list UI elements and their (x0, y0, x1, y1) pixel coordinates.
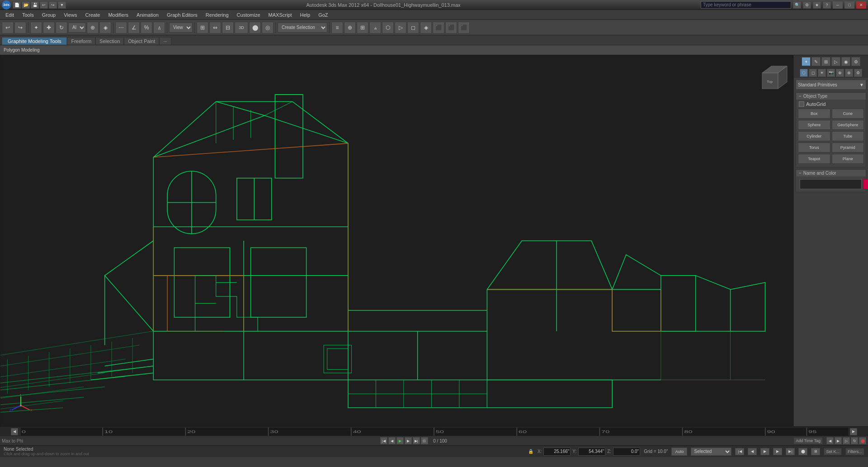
menu-edit[interactable]: Edit (2, 10, 18, 19)
btn-box[interactable]: Box (798, 109, 830, 119)
close-button[interactable]: ✕ (856, 1, 866, 9)
property-btn[interactable]: ⟁ (369, 22, 381, 33)
setk-button[interactable]: Set K... (824, 448, 842, 455)
extra1-btn[interactable]: ⬛ (433, 22, 444, 33)
panel-tab-utilities[interactable]: ⚙ (851, 57, 860, 66)
maximize-button[interactable]: □ (844, 1, 854, 9)
render-setup-btn[interactable]: ⬡ (382, 22, 394, 33)
panel-sub-spacewarps[interactable]: ⊗ (845, 69, 853, 77)
ribbon-tab-selection[interactable]: Selection (95, 37, 124, 45)
align-btn[interactable]: ⊟ (222, 22, 234, 33)
angle-snap-btn[interactable]: ∠ (128, 22, 140, 33)
menu-views[interactable]: Views (60, 10, 80, 19)
search-input[interactable] (701, 1, 791, 9)
navigation-cube[interactable]: Top (753, 59, 789, 95)
lock-icon[interactable]: 🔒 (528, 448, 534, 455)
panel-tab-display[interactable]: ◉ (841, 57, 850, 66)
play-realtime-btn[interactable]: ▷ (843, 437, 850, 444)
viewport[interactable]: + |[ [ Perspective ] [ Wireframe + Edged… (0, 55, 793, 426)
more-btn[interactable]: ▼ (58, 1, 66, 9)
menu-tools[interactable]: Tools (19, 10, 38, 19)
minimize-button[interactable]: ─ (833, 1, 843, 9)
object-type-header[interactable]: − Object Type (796, 93, 866, 100)
record-btn[interactable]: ⬤ (859, 437, 866, 444)
anim-record-btn[interactable]: ⬤ (798, 448, 807, 455)
btn-cone[interactable]: Cone (832, 109, 864, 119)
anim-play-btn[interactable]: ▶ (760, 448, 769, 455)
use-pivot-btn[interactable]: ⊞ (197, 22, 208, 33)
autogrid-checkbox[interactable] (799, 101, 804, 107)
btn-pyramid[interactable]: Pyramid (832, 143, 864, 152)
curve-btn[interactable]: ◎ (262, 22, 274, 33)
snap-toggle-btn[interactable]: ⋅⋅⋅ (115, 22, 127, 33)
menu-customize[interactable]: Customize (233, 10, 264, 19)
undo-btn[interactable]: ↩ (2, 22, 14, 33)
btn-geosphere[interactable]: GeoSphere (832, 120, 864, 130)
panel-tab-create[interactable]: ✦ (802, 57, 811, 66)
help-icon[interactable]: ? (823, 1, 831, 9)
key-mode-btn[interactable]: ⊡ (421, 437, 428, 444)
x-coord-input[interactable] (543, 448, 571, 456)
object-type-dropdown[interactable]: Standard Primitives ▼ (796, 80, 866, 90)
anim-mode-btn[interactable]: ⊞ (811, 448, 820, 455)
extra3-btn[interactable]: ⬛ (458, 22, 470, 33)
anim-step-fwd-btn[interactable]: ▶ (773, 448, 782, 455)
extra2-btn[interactable]: ⬛ (445, 22, 457, 33)
panel-sub-helpers[interactable]: ⊕ (836, 69, 844, 77)
mirror-btn[interactable]: ⇔ (209, 22, 221, 33)
panel-tab-hierarchy[interactable]: ⊞ (821, 57, 830, 66)
activeshade-btn[interactable]: ◈ (420, 22, 432, 33)
new-btn[interactable]: 📄 (13, 1, 21, 9)
percent-btn[interactable]: 3D (235, 22, 248, 33)
ribbon-tab-graphite[interactable]: Graphite Modeling Tools (2, 37, 67, 45)
timeline-track[interactable]: ◀ 0 10 20 30 40 50 60 70 (0, 427, 868, 436)
menu-group[interactable]: Group (38, 10, 60, 19)
key-left-btn[interactable]: ◀ (826, 437, 834, 444)
create-selection-dropdown[interactable]: Create Selection (278, 23, 327, 33)
spinner-snap-btn[interactable]: ⍋ (153, 22, 165, 33)
panel-sub-lights[interactable]: ☀ (818, 69, 826, 77)
auto-key-button[interactable]: Auto (671, 448, 687, 456)
menu-goz[interactable]: GoZ (315, 10, 331, 19)
anim-step-back-btn[interactable]: ◀ (748, 448, 757, 455)
scene-manager-btn[interactable]: ⊞ (357, 22, 368, 33)
named-selections-btn[interactable]: ≡ (331, 22, 343, 33)
filters-button[interactable]: Filters... (845, 448, 864, 455)
viewport-render-btn[interactable]: ◻ (407, 22, 419, 33)
object-color-swatch[interactable] (863, 179, 868, 189)
percent-snap-btn[interactable]: % (141, 22, 152, 33)
menu-rendering[interactable]: Rendering (202, 10, 232, 19)
menu-create[interactable]: Create (81, 10, 104, 19)
search-icon[interactable]: 🔍 (793, 1, 801, 9)
loop-btn[interactable]: ↻ (851, 437, 858, 444)
play-btn[interactable]: ▶ (396, 437, 404, 444)
scale-btn[interactable]: ⊕ (87, 22, 99, 33)
menu-maxscript[interactable]: MAXScript (265, 10, 296, 19)
move-btn[interactable]: ✚ (43, 22, 55, 33)
goto-start-btn[interactable]: |◀ (380, 437, 387, 444)
object-name-input[interactable] (800, 179, 862, 189)
rotate-btn[interactable]: ↻ (56, 22, 67, 33)
bookmark-icon[interactable]: ★ (813, 1, 821, 9)
next-frame-btn[interactable]: ▶ (405, 437, 412, 444)
timeline-scroll-left[interactable]: ◀ (11, 428, 18, 435)
ribbon-tab-freeform[interactable]: Freeform (67, 37, 95, 45)
btn-torus[interactable]: Torus (798, 143, 830, 152)
menu-graph-editors[interactable]: Graph Editors (163, 10, 201, 19)
btn-sphere[interactable]: Sphere (798, 120, 830, 130)
render-btn[interactable]: ▷ (395, 22, 406, 33)
add-time-tag-btn[interactable]: Add Time Tag (793, 437, 823, 444)
panel-sub-cameras[interactable]: 📷 (827, 69, 835, 77)
layer-manager-btn[interactable]: ⊕ (344, 22, 356, 33)
btn-tube[interactable]: Tube (832, 131, 864, 141)
key-right-btn[interactable]: ▶ (835, 437, 842, 444)
timeline-scroll-right[interactable]: ▶ (850, 428, 857, 435)
ribbon-tab-extra[interactable]: ··· (159, 37, 171, 45)
menu-animation[interactable]: Animation (133, 10, 162, 19)
reference-dropdown[interactable]: Al (68, 23, 86, 33)
panel-sub-shape[interactable]: ◻ (809, 69, 817, 77)
menu-modifiers[interactable]: Modifiers (104, 10, 132, 19)
anim-end-btn[interactable]: ▶| (786, 448, 795, 455)
ribbon-tab-objectpaint[interactable]: Object Paint (124, 37, 159, 45)
name-color-header[interactable]: − Name and Color (796, 170, 866, 176)
